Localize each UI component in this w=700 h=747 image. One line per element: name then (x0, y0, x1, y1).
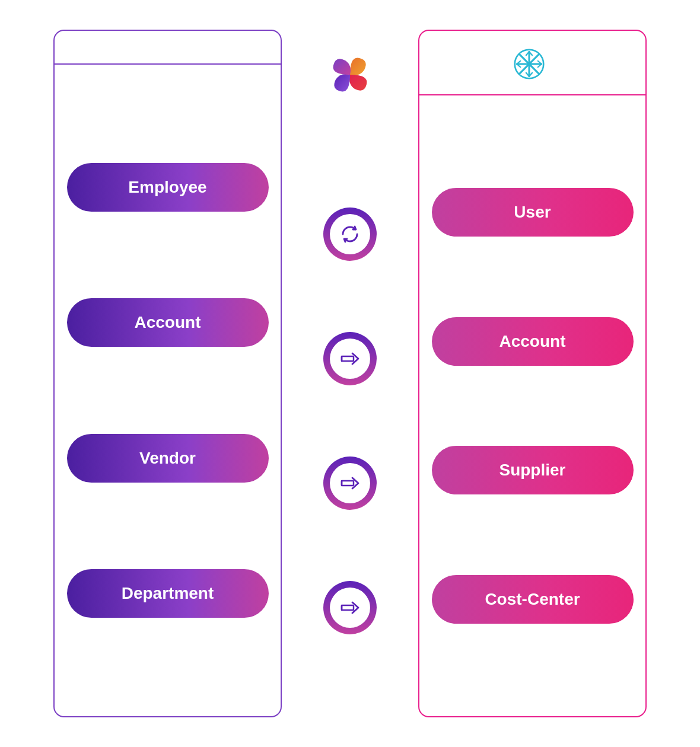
coupa-pill-row-department-costcenter: Cost-Center (432, 575, 634, 624)
jitterbit-logo-icon (326, 51, 374, 98)
coupa-header (419, 31, 645, 95)
middle-column (282, 30, 418, 717)
sync-icon (339, 224, 361, 245)
coupa-pill-row-vendor-supplier: Supplier (432, 446, 634, 494)
arrow-icon (339, 597, 361, 618)
diagram-container: EmployeeAccountVendorDepartment (53, 30, 647, 717)
erp-rows: EmployeeAccountVendorDepartment (55, 65, 281, 716)
connector-circle-row-employee-user (323, 208, 377, 261)
columns-wrapper: EmployeeAccountVendorDepartment (53, 30, 647, 717)
svg-rect-0 (342, 356, 354, 361)
arrow-icon (339, 473, 361, 494)
connector-circle-row-department-costcenter (323, 581, 377, 634)
connector-circle-row-account-account (323, 332, 377, 385)
middle-rows (282, 124, 418, 717)
coupa-pill-row-employee-user: User (432, 188, 634, 237)
svg-rect-2 (342, 481, 354, 486)
jitterbit-header (326, 30, 374, 124)
erp-header (55, 31, 281, 65)
connector-circle-row-vendor-supplier (323, 456, 377, 510)
erp-column: EmployeeAccountVendorDepartment (53, 30, 282, 717)
svg-rect-4 (342, 605, 354, 610)
coupa-pill-row-account-account: Account (432, 317, 634, 366)
erp-pill-row-account-account: Account (67, 298, 269, 347)
arrow-icon (339, 348, 361, 369)
coupa-logo-icon (514, 49, 545, 79)
erp-pill-row-employee-user: Employee (67, 163, 269, 212)
erp-pill-row-department-costcenter: Department (67, 569, 269, 618)
erp-pill-row-vendor-supplier: Vendor (67, 434, 269, 483)
coupa-rows: UserAccountSupplierCost-Center (419, 95, 645, 716)
coupa-column: UserAccountSupplierCost-Center (418, 30, 647, 717)
